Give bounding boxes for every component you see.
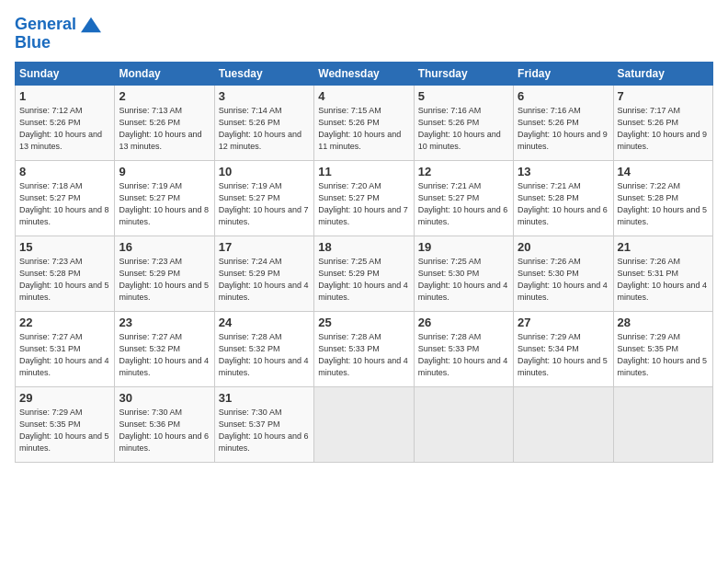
day-number: 8 <box>19 165 110 178</box>
day-info: Sunrise: 7:19 AMSunset: 5:27 PMDaylight:… <box>119 180 210 228</box>
calendar-cell: 25Sunrise: 7:28 AMSunset: 5:33 PMDayligh… <box>314 312 414 387</box>
calendar-cell: 24Sunrise: 7:28 AMSunset: 5:32 PMDayligh… <box>214 312 313 387</box>
calendar-cell: 12Sunrise: 7:21 AMSunset: 5:27 PMDayligh… <box>414 161 513 236</box>
logo-general: General <box>15 15 76 33</box>
day-info: Sunrise: 7:23 AMSunset: 5:29 PMDaylight:… <box>119 256 210 304</box>
calendar-cell: 21Sunrise: 7:26 AMSunset: 5:31 PMDayligh… <box>613 236 712 312</box>
day-number: 10 <box>219 165 310 178</box>
calendar-cell: 3Sunrise: 7:14 AMSunset: 5:26 PMDaylight… <box>214 86 313 161</box>
day-info: Sunrise: 7:28 AMSunset: 5:33 PMDaylight:… <box>418 331 509 379</box>
day-number: 26 <box>418 316 509 329</box>
day-info: Sunrise: 7:27 AMSunset: 5:32 PMDaylight:… <box>119 331 210 379</box>
calendar-cell: 18Sunrise: 7:25 AMSunset: 5:29 PMDayligh… <box>314 236 414 312</box>
calendar-cell: 5Sunrise: 7:16 AMSunset: 5:26 PMDaylight… <box>414 86 513 161</box>
day-number: 30 <box>119 391 210 405</box>
calendar-cell <box>514 387 613 463</box>
calendar-cell: 15Sunrise: 7:23 AMSunset: 5:28 PMDayligh… <box>16 236 115 312</box>
svg-marker-0 <box>81 17 101 33</box>
calendar-cell: 30Sunrise: 7:30 AMSunset: 5:36 PMDayligh… <box>115 387 214 463</box>
calendar-cell: 9Sunrise: 7:19 AMSunset: 5:27 PMDaylight… <box>115 161 214 236</box>
day-number: 15 <box>19 240 110 254</box>
calendar-cell: 19Sunrise: 7:25 AMSunset: 5:30 PMDayligh… <box>414 236 513 312</box>
weekday-header-saturday: Saturday <box>613 63 712 86</box>
day-number: 7 <box>618 89 709 103</box>
calendar-cell: 31Sunrise: 7:30 AMSunset: 5:37 PMDayligh… <box>214 387 313 463</box>
logo-blue: Blue <box>15 33 101 52</box>
calendar-table: SundayMondayTuesdayWednesdayThursdayFrid… <box>15 62 713 463</box>
day-info: Sunrise: 7:21 AMSunset: 5:27 PMDaylight:… <box>418 180 509 228</box>
day-info: Sunrise: 7:29 AMSunset: 5:35 PMDaylight:… <box>618 331 709 379</box>
calendar-cell: 11Sunrise: 7:20 AMSunset: 5:27 PMDayligh… <box>314 161 414 236</box>
page-container: General Blue SundayMondayTuesdayWednesda… <box>0 0 728 470</box>
day-number: 3 <box>219 89 310 103</box>
day-number: 2 <box>119 89 210 103</box>
day-number: 4 <box>318 89 409 103</box>
day-number: 28 <box>618 316 709 329</box>
day-info: Sunrise: 7:17 AMSunset: 5:26 PMDaylight:… <box>618 105 709 153</box>
day-info: Sunrise: 7:19 AMSunset: 5:27 PMDaylight:… <box>219 180 310 228</box>
calendar-cell: 2Sunrise: 7:13 AMSunset: 5:26 PMDaylight… <box>115 86 214 161</box>
calendar-cell: 29Sunrise: 7:29 AMSunset: 5:35 PMDayligh… <box>16 387 115 463</box>
calendar-cell: 6Sunrise: 7:16 AMSunset: 5:26 PMDaylight… <box>514 86 613 161</box>
calendar-cell: 26Sunrise: 7:28 AMSunset: 5:33 PMDayligh… <box>414 312 513 387</box>
day-number: 22 <box>19 316 110 329</box>
day-info: Sunrise: 7:14 AMSunset: 5:26 PMDaylight:… <box>219 105 310 153</box>
calendar-cell: 1Sunrise: 7:12 AMSunset: 5:26 PMDaylight… <box>16 86 115 161</box>
day-number: 20 <box>518 240 609 254</box>
day-info: Sunrise: 7:15 AMSunset: 5:26 PMDaylight:… <box>318 105 409 153</box>
day-info: Sunrise: 7:18 AMSunset: 5:27 PMDaylight:… <box>19 180 110 228</box>
calendar-cell: 4Sunrise: 7:15 AMSunset: 5:26 PMDaylight… <box>314 86 414 161</box>
weekday-header-thursday: Thursday <box>414 63 513 86</box>
day-number: 23 <box>119 316 210 329</box>
day-number: 29 <box>19 391 110 405</box>
day-number: 1 <box>19 89 110 103</box>
day-number: 27 <box>518 316 609 329</box>
day-info: Sunrise: 7:16 AMSunset: 5:26 PMDaylight:… <box>518 105 609 153</box>
week-row-3: 15Sunrise: 7:23 AMSunset: 5:28 PMDayligh… <box>16 236 713 312</box>
day-number: 9 <box>119 165 210 178</box>
logo-icon <box>81 15 101 35</box>
day-number: 24 <box>219 316 310 329</box>
day-info: Sunrise: 7:28 AMSunset: 5:32 PMDaylight:… <box>219 331 310 379</box>
day-number: 17 <box>219 240 310 254</box>
calendar-cell: 28Sunrise: 7:29 AMSunset: 5:35 PMDayligh… <box>613 312 712 387</box>
day-number: 18 <box>318 240 409 254</box>
day-number: 12 <box>418 165 509 178</box>
day-number: 14 <box>618 165 709 178</box>
header: General Blue <box>15 15 713 52</box>
calendar-cell: 23Sunrise: 7:27 AMSunset: 5:32 PMDayligh… <box>115 312 214 387</box>
weekday-header-monday: Monday <box>115 63 214 86</box>
calendar-cell <box>414 387 513 463</box>
weekday-header-sunday: Sunday <box>16 63 115 86</box>
day-info: Sunrise: 7:21 AMSunset: 5:28 PMDaylight:… <box>518 180 609 228</box>
day-info: Sunrise: 7:12 AMSunset: 5:26 PMDaylight:… <box>19 105 110 153</box>
week-row-4: 22Sunrise: 7:27 AMSunset: 5:31 PMDayligh… <box>16 312 713 387</box>
header-row: SundayMondayTuesdayWednesdayThursdayFrid… <box>16 63 713 86</box>
day-number: 31 <box>219 391 310 405</box>
day-info: Sunrise: 7:22 AMSunset: 5:28 PMDaylight:… <box>618 180 709 228</box>
day-number: 5 <box>418 89 509 103</box>
calendar-cell: 20Sunrise: 7:26 AMSunset: 5:30 PMDayligh… <box>514 236 613 312</box>
day-info: Sunrise: 7:24 AMSunset: 5:29 PMDaylight:… <box>219 256 310 304</box>
day-number: 11 <box>318 165 409 178</box>
weekday-header-tuesday: Tuesday <box>214 63 313 86</box>
weekday-header-wednesday: Wednesday <box>314 63 414 86</box>
calendar-cell: 14Sunrise: 7:22 AMSunset: 5:28 PMDayligh… <box>613 161 712 236</box>
day-info: Sunrise: 7:26 AMSunset: 5:30 PMDaylight:… <box>518 256 609 304</box>
calendar-cell: 13Sunrise: 7:21 AMSunset: 5:28 PMDayligh… <box>514 161 613 236</box>
calendar-cell: 7Sunrise: 7:17 AMSunset: 5:26 PMDaylight… <box>613 86 712 161</box>
day-info: Sunrise: 7:13 AMSunset: 5:26 PMDaylight:… <box>119 105 210 153</box>
day-number: 16 <box>119 240 210 254</box>
day-info: Sunrise: 7:16 AMSunset: 5:26 PMDaylight:… <box>418 105 509 153</box>
day-number: 19 <box>418 240 509 254</box>
day-info: Sunrise: 7:25 AMSunset: 5:30 PMDaylight:… <box>418 256 509 304</box>
day-number: 21 <box>618 240 709 254</box>
day-info: Sunrise: 7:23 AMSunset: 5:28 PMDaylight:… <box>19 256 110 304</box>
calendar-cell: 27Sunrise: 7:29 AMSunset: 5:34 PMDayligh… <box>514 312 613 387</box>
calendar-cell <box>613 387 712 463</box>
calendar-cell <box>314 387 414 463</box>
week-row-2: 8Sunrise: 7:18 AMSunset: 5:27 PMDaylight… <box>16 161 713 236</box>
logo: General Blue <box>15 15 101 52</box>
weekday-header-friday: Friday <box>514 63 613 86</box>
day-number: 6 <box>518 89 609 103</box>
